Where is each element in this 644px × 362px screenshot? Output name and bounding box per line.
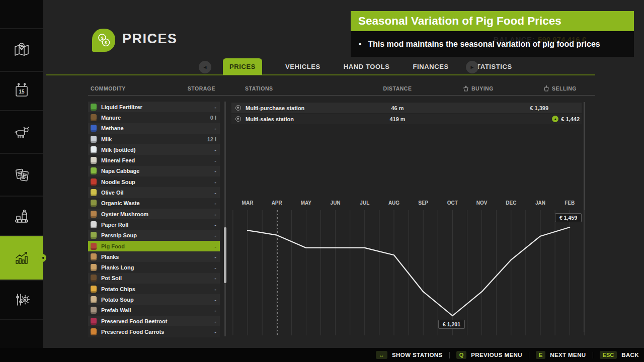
commodity-row[interactable]: Mineral Feed- <box>88 155 220 165</box>
commodity-name: Noodle Soup <box>101 179 214 185</box>
header-separator <box>88 95 595 96</box>
commodity-name: Preserved Food Beetroot <box>101 318 214 324</box>
commodity-row[interactable]: Preserved Food Carrots- <box>88 326 220 337</box>
commodity-storage-value: - <box>214 286 216 292</box>
station-row[interactable]: Multi-sales station419 m▲€ 1,442 <box>231 114 582 124</box>
column-distance: DISTANCE <box>377 85 418 92</box>
footer-separator <box>529 352 529 358</box>
chart-month-label: JUN <box>331 200 341 206</box>
planks-icon <box>91 253 97 260</box>
commodity-name: Manure <box>101 115 210 121</box>
station-list: Multi-purchase station46 m€ 1,399Multi-s… <box>231 103 582 125</box>
tabs-previous-arrow[interactable]: ◄ <box>199 61 211 73</box>
commodity-name: Milk (bottled) <box>101 147 214 153</box>
commodity-scrollbar-thumb[interactable] <box>224 227 226 283</box>
commodity-row[interactable]: Planks- <box>88 251 220 262</box>
buying-icon <box>463 85 469 92</box>
footer-hint-next-menu[interactable]: ENEXT MENU <box>536 351 586 359</box>
footer-hint-show-stations[interactable]: ↔SHOW STATIONS <box>376 351 443 359</box>
column-header-row: COMMODITY STORAGE STATIONS DISTANCE BUYI… <box>0 85 644 95</box>
footer-hint-previous-menu[interactable]: QPREVIOUS MENU <box>456 351 522 359</box>
tabs-next-arrow[interactable]: ► <box>466 61 478 73</box>
commodity-row[interactable]: Milk12 l <box>88 134 220 144</box>
station-distance: 46 m <box>377 105 418 111</box>
commodity-row[interactable]: Pig Food- <box>88 241 220 251</box>
commodity-row[interactable]: Organic Waste- <box>88 198 220 209</box>
sidebar-item-statistics[interactable] <box>0 236 43 280</box>
commodity-row[interactable]: Parsnip Soup- <box>88 230 220 241</box>
commodity-row[interactable]: Pot Soil- <box>88 273 220 284</box>
commodity-row[interactable]: Paper Roll- <box>88 219 220 230</box>
sidebar-item-map[interactable] <box>0 29 43 71</box>
commodity-storage-value: - <box>214 157 216 163</box>
commodity-row[interactable]: Olive Oil- <box>88 187 220 198</box>
settings-icon <box>12 290 32 310</box>
bullet-icon: • <box>359 40 361 48</box>
sidebar-divider <box>0 319 43 320</box>
commodity-row[interactable]: Potato Chips- <box>88 284 220 294</box>
commodity-storage-value: - <box>214 275 216 281</box>
chart-month-label: APR <box>272 200 283 206</box>
liquid-fertilizer-icon <box>91 104 97 111</box>
sidebar-item-contracts[interactable] <box>0 154 43 196</box>
mineral-feed-icon <box>91 157 97 164</box>
commodity-storage-value: - <box>214 307 216 313</box>
commodity-name: Potato Soup <box>101 297 214 303</box>
commodity-row[interactable]: Potato Soup- <box>88 294 220 305</box>
commodity-storage-value: - <box>214 168 216 174</box>
chart-min-price-label: € 1,201 <box>438 320 465 329</box>
station-row[interactable]: Multi-purchase station46 m€ 1,399 <box>231 103 582 113</box>
best-price-icon: ▲ <box>552 116 558 122</box>
tab-hand-tools[interactable]: HAND TOOLS <box>344 58 390 75</box>
commodity-row[interactable]: Methane- <box>88 123 220 134</box>
chart-month-label: SEP <box>418 200 428 206</box>
commodity-storage-value: - <box>214 222 216 228</box>
commodity-storage-value: 0 l <box>210 115 216 121</box>
commodity-row[interactable]: Liquid Fertilizer- <box>88 102 220 112</box>
footer-separator <box>593 352 593 358</box>
active-tab-dot <box>42 257 44 259</box>
tab-vehicles[interactable]: VEHICLES <box>285 58 320 75</box>
commodity-storage-value: - <box>214 329 216 335</box>
svg-text:$: $ <box>101 36 103 41</box>
cow-icon <box>12 122 32 142</box>
column-stations: STATIONS <box>245 85 273 92</box>
commodity-row[interactable]: Noodle Soup- <box>88 176 220 187</box>
commodity-storage-value: - <box>214 147 216 153</box>
commodity-name: Oyster Mushroom <box>101 211 214 217</box>
column-storage: STORAGE <box>171 85 215 92</box>
chart-month-label: JAN <box>535 200 545 206</box>
column-buying: BUYING <box>463 85 494 92</box>
mod-overlay-description-row: • This mod maintains the seasonal variat… <box>351 31 634 57</box>
chart-month-label: JUL <box>360 200 369 206</box>
parsnip-soup-icon <box>91 232 97 239</box>
statistics-icon <box>12 248 32 268</box>
pot-soil-icon <box>91 275 97 282</box>
commodity-row[interactable]: Oyster Mushroom- <box>88 209 220 219</box>
commodity-row[interactable]: Milk (bottled)- <box>88 144 220 155</box>
commodity-scrollbar-track <box>224 102 226 336</box>
paper-roll-icon <box>91 221 97 228</box>
footer-hint-back[interactable]: ESCBACK <box>600 351 639 359</box>
sidebar-item-production[interactable] <box>0 197 43 235</box>
tab-prices[interactable]: PRICES <box>223 58 262 75</box>
potato-soup-icon <box>91 296 97 303</box>
methane-icon <box>91 125 97 132</box>
commodity-storage-value: - <box>214 190 216 196</box>
commodity-name: Methane <box>101 125 214 131</box>
sidebar-item-settings[interactable] <box>0 281 43 319</box>
prefab-wall-icon <box>91 307 97 314</box>
commodity-row[interactable]: Prefab Wall- <box>88 305 220 316</box>
commodity-row[interactable]: Preserved Food Beetroot- <box>88 316 220 326</box>
map-icon <box>12 40 32 60</box>
oyster-mushroom-icon <box>91 211 97 218</box>
commodity-name: Paper Roll <box>101 222 214 228</box>
tab-finances[interactable]: FINANCES <box>413 58 449 75</box>
commodity-name: Planks Long <box>101 264 214 270</box>
commodity-row[interactable]: Manure0 l <box>88 112 220 123</box>
sidebar-item-animals[interactable] <box>0 111 43 153</box>
commodity-row[interactable]: Planks Long- <box>88 262 220 273</box>
mod-overlay-title: Seasonal Variation of Pig Food Prices <box>351 11 634 31</box>
commodity-storage-value: - <box>214 211 216 217</box>
commodity-row[interactable]: Napa Cabbage- <box>88 166 220 176</box>
